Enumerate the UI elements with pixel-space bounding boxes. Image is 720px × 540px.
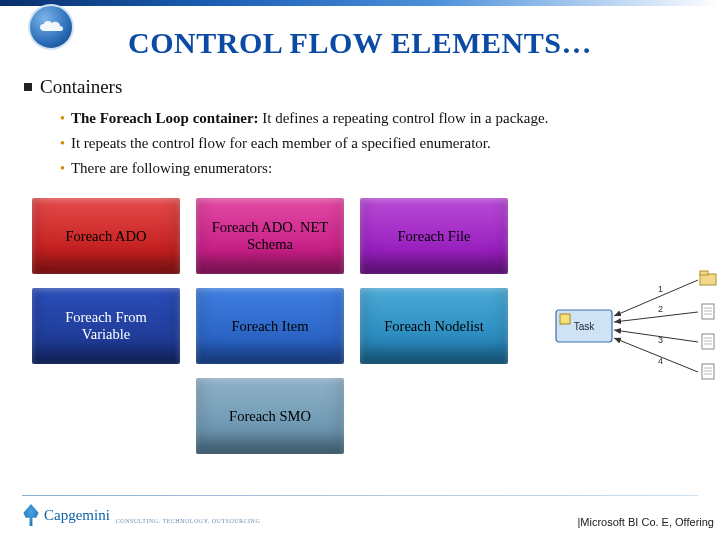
svg-line-10 xyxy=(614,338,698,372)
tile-foreach-nodelist: Foreach Nodelist xyxy=(360,288,508,364)
tile-foreach-smo: Foreach SMO xyxy=(196,378,344,454)
folder-icon xyxy=(700,271,716,285)
tile-foreach-file: Foreach File xyxy=(360,198,508,274)
svg-rect-6 xyxy=(702,364,714,379)
dot-bullet-icon: • xyxy=(60,106,65,131)
tile-foreach-adonet: Foreach ADO. NET Schema xyxy=(196,198,344,274)
footer-tagline: CONSULTING. TECHNOLOGY. OUTSOURCING xyxy=(116,518,260,524)
footer-logo: Capgemini CONSULTING. TECHNOLOGY. OUTSOU… xyxy=(22,504,260,526)
svg-rect-3 xyxy=(700,271,708,275)
section-heading-text: Containers xyxy=(40,76,122,97)
footer-divider xyxy=(22,495,698,496)
dot-bullet-icon: • xyxy=(60,156,65,181)
task-label: Task xyxy=(574,321,596,332)
svg-line-7 xyxy=(614,280,698,316)
tiles-grid: Foreach ADO Foreach ADO. NET Schema Fore… xyxy=(32,198,532,364)
arrow-label: 2 xyxy=(658,304,663,314)
header-stripe xyxy=(0,0,720,6)
tile-foreach-variable: Foreach From Variable xyxy=(32,288,180,364)
page-title: CONTROL FLOW ELEMENTS… xyxy=(0,26,720,60)
content-area: Containers • The Foreach Loop container:… xyxy=(24,76,696,182)
square-bullet-icon xyxy=(24,83,32,91)
arrow-label: 4 xyxy=(658,356,663,366)
tile-foreach-item: Foreach Item xyxy=(196,288,344,364)
bullet-text: It repeats the control flow for each mem… xyxy=(71,131,491,156)
doc-icon xyxy=(702,334,714,349)
tiles-area: Foreach ADO Foreach ADO. NET Schema Fore… xyxy=(32,198,532,454)
tiles-row-last: Foreach SMO xyxy=(196,378,532,454)
bullet-text: There are following enumerators: xyxy=(71,156,272,181)
section-heading: Containers xyxy=(24,76,696,98)
tile-foreach-ado: Foreach ADO xyxy=(32,198,180,274)
spade-icon xyxy=(22,504,40,526)
svg-line-8 xyxy=(614,312,698,322)
svg-line-9 xyxy=(614,330,698,342)
doc-icon xyxy=(702,304,714,319)
dot-bullet-icon: • xyxy=(60,131,65,156)
svg-rect-5 xyxy=(702,334,714,349)
bullet-text: The Foreach Loop container: It defines a… xyxy=(71,106,549,131)
bullet-item: • There are following enumerators: xyxy=(60,156,696,181)
svg-rect-4 xyxy=(702,304,714,319)
task-diagram: Task 1 2 3 4 xyxy=(550,268,720,388)
bullet-item: • The Foreach Loop container: It defines… xyxy=(60,106,696,131)
footer-brand: Capgemini xyxy=(44,507,110,524)
svg-rect-2 xyxy=(700,274,716,285)
arrow-label: 3 xyxy=(658,335,663,345)
doc-icon xyxy=(702,364,714,379)
footer-right-text: |Microsoft BI Co. E, Offering xyxy=(577,516,714,528)
bullet-list: • The Foreach Loop container: It defines… xyxy=(60,106,696,182)
bullet-item: • It repeats the control flow for each m… xyxy=(60,131,696,156)
arrow-label: 1 xyxy=(658,284,663,294)
svg-rect-1 xyxy=(560,314,570,324)
